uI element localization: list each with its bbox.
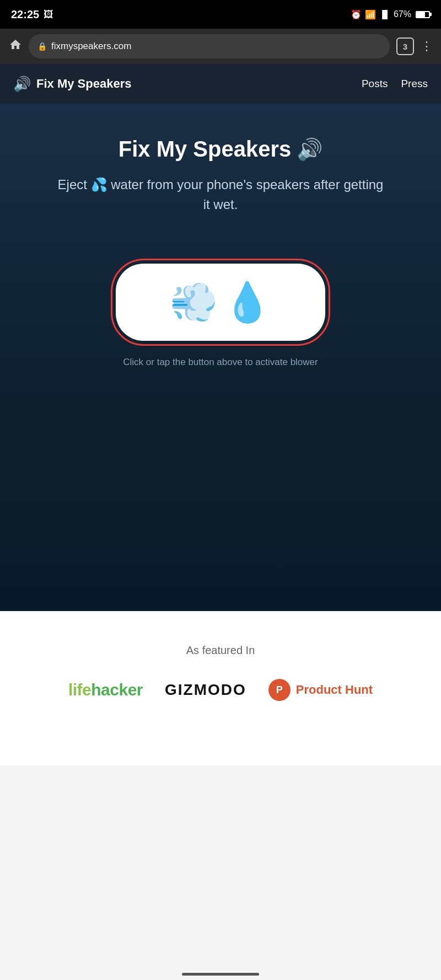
eject-text: Eject bbox=[58, 177, 91, 192]
nav-link-press[interactable]: Press bbox=[401, 78, 428, 90]
nav-brand: 🔊 Fix My Speakers bbox=[13, 76, 131, 93]
hero-subtitle: Eject 💦 water from your phone's speakers… bbox=[55, 175, 386, 215]
status-bar: 22:25 🖼 ⏰ 📶 ▐▌ 67% bbox=[0, 0, 441, 29]
signal-icon: ▐▌ bbox=[379, 10, 390, 19]
url-text: fixmyspeakers.com bbox=[51, 41, 131, 52]
featured-section: As featured In lifehacker GIZMODO P Prod… bbox=[0, 611, 441, 765]
hero-title-text: Fix My Speakers bbox=[119, 137, 292, 162]
gallery-icon: 🖼 bbox=[44, 9, 53, 20]
wifi-icon: 📶 bbox=[365, 9, 376, 20]
lifehacker-hacker: hacker bbox=[91, 681, 143, 699]
status-right: ⏰ 📶 ▐▌ 67% bbox=[351, 9, 430, 20]
navbar: 🔊 Fix My Speakers Posts Press bbox=[0, 64, 441, 104]
speaker-logo-icon: 🔊 bbox=[13, 76, 31, 93]
featured-logos: lifehacker GIZMODO P Product Hunt bbox=[22, 679, 419, 701]
button-wrapper: 💨 💧 Click or tap the button above to act… bbox=[111, 259, 330, 368]
lifehacker-life: life bbox=[68, 681, 91, 699]
ph-circle-icon: P bbox=[268, 679, 291, 701]
battery-icon bbox=[416, 11, 430, 18]
lifehacker-logo[interactable]: lifehacker bbox=[68, 681, 143, 699]
featured-title: As featured In bbox=[186, 644, 255, 657]
speaker-button-border[interactable]: 💨 💧 bbox=[111, 259, 330, 346]
home-indicator bbox=[182, 973, 259, 976]
menu-button[interactable]: ⋮ bbox=[421, 39, 432, 53]
wind-emoji: 💨 bbox=[170, 280, 218, 325]
subtitle-rest: water from your phone's speakers after g… bbox=[111, 177, 383, 212]
lock-icon: 🔒 bbox=[37, 42, 47, 51]
battery-percent: 67% bbox=[394, 9, 411, 19]
status-time: 22:25 bbox=[11, 8, 39, 21]
producthunt-logo[interactable]: P Product Hunt bbox=[268, 679, 373, 701]
tab-count-button[interactable]: 3 bbox=[396, 38, 414, 55]
home-button[interactable] bbox=[9, 38, 22, 55]
hero-title: Fix My Speakers 🔊 bbox=[119, 137, 323, 162]
gizmodo-logo[interactable]: GIZMODO bbox=[165, 681, 246, 699]
browser-bar: 🔒 fixmyspeakers.com 3 ⋮ bbox=[0, 29, 441, 64]
alarm-icon: ⏰ bbox=[351, 9, 362, 20]
water-emoji-inline: 💦 bbox=[91, 177, 107, 192]
activate-blower-button[interactable]: 💨 💧 bbox=[116, 264, 325, 341]
bottom-area bbox=[0, 765, 441, 980]
button-hint: Click or tap the button above to activat… bbox=[123, 357, 318, 368]
nav-link-posts[interactable]: Posts bbox=[362, 78, 388, 90]
hero-section: Fix My Speakers 🔊 Eject 💦 water from you… bbox=[0, 104, 441, 611]
water-drops-emoji: 💧 bbox=[223, 280, 271, 325]
nav-title: Fix My Speakers bbox=[36, 77, 131, 91]
hero-title-icon: 🔊 bbox=[297, 137, 322, 162]
status-left: 22:25 🖼 bbox=[11, 8, 53, 21]
ph-text: Product Hunt bbox=[296, 683, 373, 697]
url-bar[interactable]: 🔒 fixmyspeakers.com bbox=[29, 34, 390, 58]
nav-links: Posts Press bbox=[362, 78, 428, 90]
